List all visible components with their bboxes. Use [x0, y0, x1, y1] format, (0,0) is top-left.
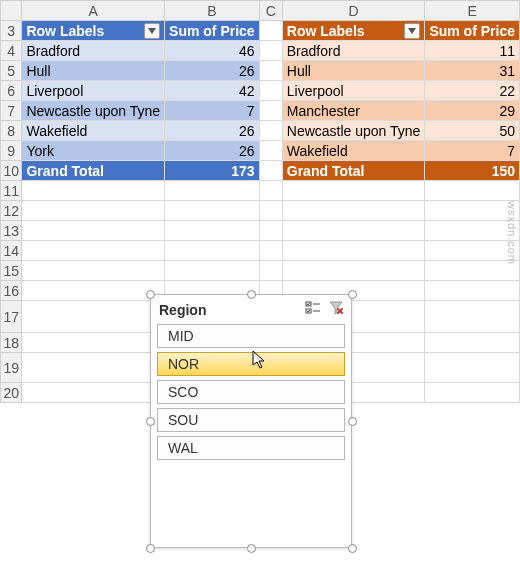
watermark: wsxdn.com [506, 201, 518, 265]
row-header-12[interactable]: 12 [1, 201, 22, 221]
blue-grand-total[interactable]: Grand Total [22, 161, 165, 181]
slicer-item-nor[interactable]: NOR [157, 352, 345, 376]
row-header-7[interactable]: 7 [1, 101, 22, 121]
selection-handle[interactable] [146, 290, 155, 299]
blue-value-row[interactable]: 26 [165, 141, 260, 161]
slicer-item-sco[interactable]: SCO [157, 380, 345, 404]
orange-value-row[interactable]: 7 [425, 141, 520, 161]
blue-value-row[interactable]: 46 [165, 41, 260, 61]
blue-label-row[interactable]: Bradford [22, 41, 165, 61]
row-header-6[interactable]: 6 [1, 81, 22, 101]
blue-value-row[interactable]: 42 [165, 81, 260, 101]
column-header-C[interactable]: C [259, 1, 282, 21]
selection-handle[interactable] [146, 544, 155, 553]
blue-row-labels-header: Row Labels [26, 23, 104, 39]
blue-sum-header: Sum of Price [169, 23, 255, 39]
blue-label-row[interactable]: Hull [22, 61, 165, 81]
orange-label-row[interactable]: Newcastle upon Tyne [282, 121, 425, 141]
selection-handle[interactable] [247, 544, 256, 553]
slicer-region[interactable]: Region [150, 294, 352, 548]
row-header-17[interactable]: 17 [1, 301, 22, 333]
blue-label-row[interactable]: Liverpool [22, 81, 165, 101]
orange-label-row[interactable]: Hull [282, 61, 425, 81]
slicer-item-sou[interactable]: SOU [157, 408, 345, 432]
filter-dropdown-icon[interactable] [144, 23, 160, 39]
row-header-10[interactable]: 10 [1, 161, 22, 181]
row-header-13[interactable]: 13 [1, 221, 22, 241]
clear-filter-icon[interactable] [329, 301, 343, 318]
row-header-16[interactable]: 16 [1, 281, 22, 301]
row-header-14[interactable]: 14 [1, 241, 22, 261]
orange-label-row[interactable]: Manchester [282, 101, 425, 121]
orange-value-row[interactable]: 29 [425, 101, 520, 121]
orange-row-labels-header: Row Labels [287, 23, 365, 39]
row-header-9[interactable]: 9 [1, 141, 22, 161]
orange-value-row[interactable]: 31 [425, 61, 520, 81]
orange-value-row[interactable]: 50 [425, 121, 520, 141]
column-header-D[interactable]: D [282, 1, 425, 21]
column-header-B[interactable]: B [165, 1, 260, 21]
slicer-item-wal[interactable]: WAL [157, 436, 345, 460]
orange-grand-total[interactable]: Grand Total [282, 161, 425, 181]
orange-label-row[interactable]: Bradford [282, 41, 425, 61]
orange-sum-header: Sum of Price [429, 23, 515, 39]
row-header-15[interactable]: 15 [1, 261, 22, 281]
filter-dropdown-icon[interactable] [404, 23, 420, 39]
orange-value-row[interactable]: 22 [425, 81, 520, 101]
orange-label-row[interactable]: Wakefield [282, 141, 425, 161]
column-header-A[interactable]: A [22, 1, 165, 21]
selection-handle[interactable] [146, 417, 155, 426]
blue-value-row[interactable]: 7 [165, 101, 260, 121]
row-header-19[interactable]: 19 [1, 353, 22, 383]
row-header-5[interactable]: 5 [1, 61, 22, 81]
selection-handle[interactable] [348, 544, 357, 553]
blue-value-row[interactable]: 26 [165, 121, 260, 141]
blue-label-row[interactable]: Newcastle upon Tyne [22, 101, 165, 121]
selection-handle[interactable] [247, 290, 256, 299]
orange-value-row[interactable]: 11 [425, 41, 520, 61]
row-header-11[interactable]: 11 [1, 181, 22, 201]
slicer-item-mid[interactable]: MID [157, 324, 345, 348]
multi-select-icon[interactable] [305, 301, 321, 318]
orange-label-row[interactable]: Liverpool [282, 81, 425, 101]
selection-handle[interactable] [348, 417, 357, 426]
orange-grand-total[interactable]: 150 [425, 161, 520, 181]
blue-label-row[interactable]: York [22, 141, 165, 161]
row-header-4[interactable]: 4 [1, 41, 22, 61]
blue-label-row[interactable]: Wakefield [22, 121, 165, 141]
blue-value-row[interactable]: 26 [165, 61, 260, 81]
row-header-18[interactable]: 18 [1, 333, 22, 353]
row-header-20[interactable]: 20 [1, 383, 22, 403]
column-header-E[interactable]: E [425, 1, 520, 21]
row-header-3[interactable]: 3 [1, 21, 22, 41]
selection-handle[interactable] [348, 290, 357, 299]
slicer-title: Region [159, 302, 206, 318]
blue-grand-total[interactable]: 173 [165, 161, 260, 181]
row-header-8[interactable]: 8 [1, 121, 22, 141]
